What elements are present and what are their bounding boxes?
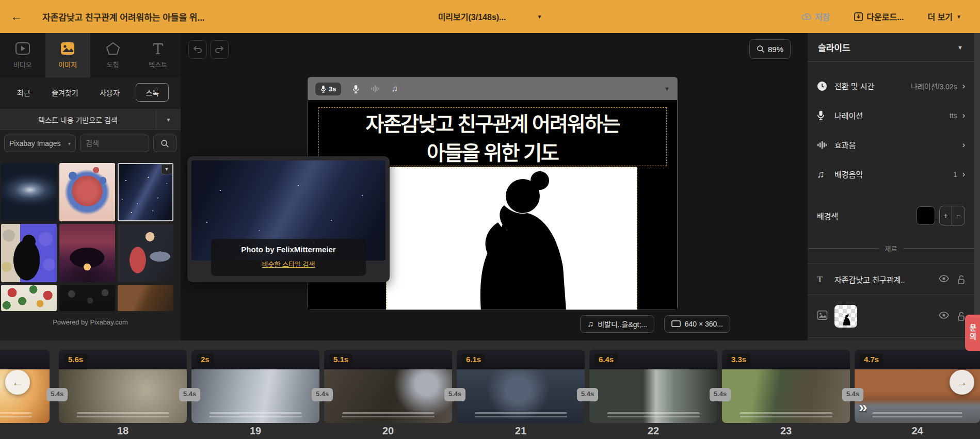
stock-image-heart-collage[interactable] [59, 163, 115, 221]
transition-duration-pill[interactable]: 5.4s [842, 388, 863, 401]
background-music-chip[interactable]: ♫ 비발디..을&gt;... [580, 315, 654, 333]
slide-21-thumbnail [457, 369, 585, 423]
photo-preview-card[interactable]: Photo by FelixMittermeier 비슷한 스타일 검색 [187, 156, 390, 282]
stock-image-galaxy-selected[interactable]: ▼ [118, 163, 173, 221]
save-button[interactable]: 저장 [801, 10, 830, 23]
slide-number: 21 [457, 425, 585, 437]
thumbnail-options-button[interactable]: ▼ [161, 164, 172, 174]
stock-image-hearts-pattern[interactable] [59, 285, 115, 311]
transition-duration-pill[interactable]: 5.4s [312, 388, 333, 401]
material-text-row[interactable]: T 자존감낮고 친구관계.. [808, 264, 974, 295]
stock-image-floral-pattern[interactable] [1, 285, 57, 311]
mic-icon[interactable] [352, 85, 359, 93]
subtab-favorites[interactable]: 즐겨찾기 [46, 84, 84, 101]
transition-duration-pill[interactable]: 5.4s [710, 388, 731, 401]
minus-button[interactable]: − [952, 206, 965, 225]
tab-shape[interactable]: 도형 [90, 33, 136, 77]
timeline-slide-19[interactable]: 2s [191, 350, 319, 423]
timeline-next-button[interactable]: → [950, 370, 974, 395]
undo-icon [193, 45, 202, 54]
zoom-control[interactable]: 89% [749, 39, 791, 59]
timeline-slide-23[interactable]: 3.3s [722, 350, 850, 423]
eye-icon[interactable] [939, 312, 949, 319]
top-bar: ← 자존감낮고 친구관계 어려워하는 아들을 위... 미리보기(3/148s)… [0, 0, 980, 33]
unlock-icon[interactable] [957, 275, 965, 284]
photo-credit-label: Photo by FelixMittermeier [216, 245, 361, 254]
tab-video[interactable]: 비디오 [0, 33, 45, 77]
eye-icon[interactable] [939, 275, 949, 282]
material-text-label: 자존감낮고 친구관계.. [834, 274, 905, 285]
redo-button[interactable] [210, 40, 229, 59]
narration-row[interactable]: 나레이션 tts › [808, 101, 974, 130]
chevron-down-icon: ▼ [957, 44, 963, 51]
subtab-stock[interactable]: 스톡 [136, 83, 169, 102]
image-icon [817, 311, 828, 320]
plus-button[interactable]: + [940, 206, 952, 225]
music-note-icon[interactable]: ♫ [391, 84, 398, 94]
provider-select-value: Pixabay Images [9, 139, 61, 148]
undo-button[interactable] [188, 40, 207, 59]
stock-image-black-cat[interactable] [1, 224, 57, 282]
audio-wave-icon[interactable] [371, 85, 380, 93]
slide-18-thumbnail [59, 369, 187, 423]
background-color-label: 배경색 [817, 210, 838, 221]
stock-image-sunset-tree[interactable] [59, 224, 115, 282]
background-music-row[interactable]: ♫ 배경음악 1 › [808, 159, 974, 189]
tab-text[interactable]: 텍스트 [136, 33, 181, 77]
canvas-size-chip[interactable]: 640 × 360... [664, 315, 730, 333]
slide-number: 22 [589, 425, 717, 437]
sidebar-header[interactable]: 슬라이드 ▼ [808, 33, 974, 62]
background-color-swatch[interactable] [917, 206, 935, 225]
slide-number: 19 [191, 425, 319, 437]
stock-image-night-sea[interactable] [1, 163, 57, 221]
narration-duration-value: 3s [329, 85, 336, 93]
timeline-prev-button[interactable]: ← [5, 370, 30, 395]
search-button[interactable] [153, 135, 176, 152]
similar-style-search-link[interactable]: 비슷한 스타일 검색 [262, 259, 315, 269]
timeline-slide-21[interactable]: 6.1s [457, 350, 585, 423]
unlock-icon[interactable] [957, 312, 965, 321]
provider-select[interactable]: Pixabay Images ▾ [4, 135, 76, 152]
timeline-slide-18[interactable]: 5.6s [59, 350, 187, 423]
transition-duration-pill[interactable]: 5.4s [179, 388, 200, 401]
preview-dropdown[interactable]: 미리보기(3/148s)... ▼ [438, 10, 542, 23]
stock-image-man-at-desk[interactable] [118, 224, 173, 282]
more-label: 더 보기 [927, 10, 953, 23]
slide-duration-badge: 2s [197, 354, 214, 365]
subtab-recent[interactable]: 최근 [12, 84, 36, 101]
narration-duration-chip[interactable]: 3s [315, 83, 341, 95]
background-color-row: 배경색 + − [808, 201, 974, 230]
mic-icon [817, 110, 825, 121]
slide-duration-badge: 3.3s [727, 354, 750, 365]
sound-effect-row[interactable]: 효과음 › [808, 130, 974, 159]
contact-badge[interactable]: 문의 [965, 315, 980, 351]
transition-duration-pill[interactable]: 5.4s [444, 388, 465, 401]
chevron-down-icon[interactable]: ▼ [664, 86, 670, 92]
magnifier-icon [757, 45, 765, 53]
download-button[interactable]: 다운로드... [854, 10, 904, 23]
search-input[interactable] [80, 135, 149, 152]
narration-value: tts [950, 111, 957, 120]
transition-duration-pill[interactable]: 5.4s [577, 388, 598, 401]
slide-19-thumbnail [191, 369, 319, 423]
slide-number: 20 [324, 425, 452, 437]
timeline-slide-22[interactable]: 6.4s [589, 350, 717, 423]
slide-22-thumbnail [589, 369, 717, 423]
transition-time-row[interactable]: 전환 및 시간 나레이션/3.02s › [808, 71, 974, 101]
more-menu-button[interactable]: 더 보기 ▼ [927, 10, 961, 23]
slide-image-element[interactable] [386, 167, 637, 310]
chevron-down-icon[interactable]: ▼ [156, 110, 181, 129]
image-icon [60, 42, 75, 55]
sidebar-scrollbar[interactable] [974, 33, 980, 340]
slide-duration-badge: 4.7s [860, 354, 883, 365]
timeline-slide-20[interactable]: 5.1s [324, 350, 452, 423]
tab-image[interactable]: 이미지 [45, 33, 91, 77]
chevron-down-icon: ▾ [68, 141, 71, 147]
stock-image-canyon[interactable] [118, 285, 173, 311]
subtab-user[interactable]: 사용자 [94, 84, 125, 101]
search-mode-dropdown[interactable]: 텍스트 내용 기반으로 검색 ▼ [0, 109, 181, 130]
transition-duration-pill[interactable]: 5.4s [46, 388, 68, 401]
material-image-row[interactable] [808, 295, 974, 338]
save-label: 저장 [815, 10, 830, 23]
back-arrow-icon[interactable]: ← [0, 9, 33, 24]
